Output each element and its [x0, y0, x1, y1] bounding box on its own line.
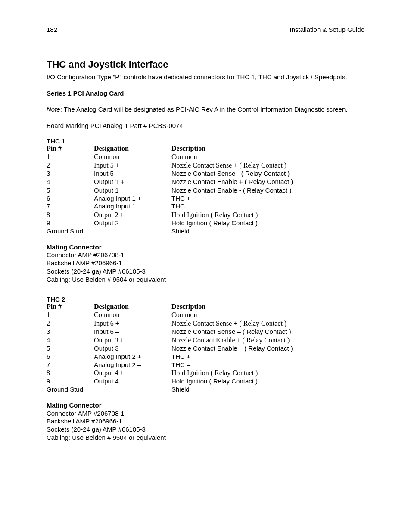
doc-title: Installation & Setup Guide [290, 26, 364, 33]
thc2-description: THC – [171, 361, 364, 369]
table-row: 1CommonCommon [47, 152, 364, 161]
thc1-designation: Output 2 – [94, 219, 171, 227]
thc1-description: Hold Ignition ( Relay Contact ) [171, 219, 364, 227]
table-row: Ground StudShield [47, 386, 364, 394]
thc2-description: THC + [171, 353, 364, 361]
page-header: 182 Installation & Setup Guide [47, 26, 364, 33]
table-row: 7Analog Input 1 –THC – [47, 202, 364, 211]
table-row: 9Output 2 –Hold Ignition ( Relay Contact… [47, 219, 364, 227]
table-row: Ground StudShield [47, 227, 364, 236]
thc2-designation: Analog Input 2 + [94, 353, 171, 361]
thc2-designation: Analog Input 2 – [94, 361, 171, 369]
thc1-header-pin: Pin # [47, 145, 94, 152]
table-row: 6Analog Input 2 +THC + [47, 353, 364, 361]
board-marking: Board Marking PCI Analog 1 Part # PCBS-0… [47, 121, 364, 130]
thc1-description: THC + [171, 195, 364, 203]
mating2-line: Sockets (20-24 ga) AMP #66105-3 [47, 426, 364, 434]
thc2-pin: 1 [47, 311, 94, 319]
mating-connector-2: Mating Connector Connector AMP #206708-1… [47, 401, 364, 442]
thc1-header-desig: Designation [94, 145, 171, 152]
thc2-pin: 5 [47, 345, 94, 353]
thc2-designation: Output 4 – [94, 377, 171, 386]
card-heading: Series 1 PCI Analog Card [47, 89, 364, 98]
thc2-pin: Ground Stud [47, 386, 94, 394]
table-row: 4Output 3 +Nozzle Contact Enable + ( Rel… [47, 336, 364, 345]
thc1-description: Nozzle Contact Enable + ( Relay Contact … [171, 178, 364, 187]
table-row: 1CommonCommon [47, 311, 364, 319]
thc1-pin: 4 [47, 178, 94, 187]
thc1-header-desc: Description [171, 145, 364, 152]
thc1-designation [94, 227, 171, 236]
thc1-pin: 1 [47, 152, 94, 161]
thc1-pin: 3 [47, 170, 94, 178]
thc2-description: Hold Ignition ( Relay Contact ) [171, 369, 364, 377]
thc1-pin: 7 [47, 202, 94, 211]
thc2-header-desig: Designation [94, 303, 171, 311]
thc1-description: Nozzle Contact Sense - ( Relay Contact ) [171, 170, 364, 178]
thc1-pin: Ground Stud [47, 227, 94, 236]
table-row: 4Output 1 +Nozzle Contact Enable + ( Rel… [47, 178, 364, 187]
thc1-designation: Input 5 – [94, 170, 171, 178]
thc2-description: Nozzle Contact Sense – ( Relay Contact ) [171, 328, 364, 336]
table-row: 2Input 5 +Nozzle Contact Sense + ( Relay… [47, 161, 364, 170]
thc2-pin: 4 [47, 336, 94, 345]
note-label: Note [47, 106, 60, 113]
thc1-pin: 2 [47, 161, 94, 170]
mating1-line: Backshell AMP #206966-1 [47, 259, 364, 268]
mating2-line: Connector AMP #206708-1 [47, 410, 364, 418]
thc1-pin: 5 [47, 187, 94, 195]
thc1-pin: 6 [47, 195, 94, 203]
thc2-description: Nozzle Contact Sense + ( Relay Contact ) [171, 319, 364, 328]
table-row: 5Output 3 –Nozzle Contact Enable – ( Rel… [47, 345, 364, 353]
thc2-designation: Common [94, 311, 171, 319]
thc2-designation [94, 386, 171, 394]
thc2-description: Common [171, 311, 364, 319]
thc2-designation: Input 6 + [94, 319, 171, 328]
thc2-header-pin: Pin # [47, 303, 94, 311]
thc2-description: Hold Ignition ( Relay Contact ) [171, 377, 364, 386]
note-paragraph: Note: The Analog Card will be designated… [47, 105, 364, 114]
thc2-pin: 8 [47, 369, 94, 377]
mating2-line: Backshell AMP #206966-1 [47, 417, 364, 426]
mating1-heading: Mating Connector [47, 243, 364, 252]
thc2-pin: 7 [47, 361, 94, 369]
mating1-line: Connector AMP #206708-1 [47, 251, 364, 259]
thc1-description: Nozzle Contact Sense + ( Relay Contact ) [171, 161, 364, 170]
page-number: 182 [47, 26, 57, 33]
mating1-line: Sockets (20-24 ga) AMP #66105-3 [47, 268, 364, 276]
mating2-line: Cabling: Use Belden # 9504 or equivalent [47, 434, 364, 442]
thc1-designation: Output 1 – [94, 187, 171, 195]
thc1-designation: Input 5 + [94, 161, 171, 170]
note-body: : The Analog Card will be designated as … [60, 106, 348, 113]
table-row: 8Output 2 +Hold Ignition ( Relay Contact… [47, 211, 364, 219]
thc1-description: THC – [171, 202, 364, 211]
table-row: 3Input 6 –Nozzle Contact Sense – ( Relay… [47, 328, 364, 336]
thc1-header-row: Pin # Designation Description [47, 145, 364, 152]
thc2-header-row: Pin # Designation Description [47, 303, 364, 311]
table-row: 8Output 4 +Hold Ignition ( Relay Contact… [47, 369, 364, 377]
thc1-description: Hold Ignition ( Relay Contact ) [171, 211, 364, 219]
intro-paragraph: I/O Configuration Type "P" controls have… [47, 73, 364, 81]
table-row: 5Output 1 –Nozzle Contact Enable - ( Rel… [47, 187, 364, 195]
thc2-description: Shield [171, 386, 364, 394]
table-row: 6Analog Input 1 +THC + [47, 195, 364, 203]
thc1-designation: Output 1 + [94, 178, 171, 187]
thc1-pin: 9 [47, 219, 94, 227]
thc1-description: Shield [171, 227, 364, 236]
thc2-header-desc: Description [171, 303, 364, 311]
thc2-pin: 9 [47, 377, 94, 386]
thc2-pin: 6 [47, 353, 94, 361]
table-row: 2Input 6 +Nozzle Contact Sense + ( Relay… [47, 319, 364, 328]
page-title: THC and Joystick Interface [47, 59, 364, 70]
thc1-description: Common [171, 152, 364, 161]
thc2-description: Nozzle Contact Enable + ( Relay Contact … [171, 336, 364, 345]
thc2-pin: 2 [47, 319, 94, 328]
thc1-table: Pin # Designation Description 1CommonCom… [47, 145, 364, 236]
table-row: 7Analog Input 2 –THC – [47, 361, 364, 369]
thc2-designation: Output 3 + [94, 336, 171, 345]
thc2-designation: Output 3 – [94, 345, 171, 353]
table-row: 3Input 5 –Nozzle Contact Sense - ( Relay… [47, 170, 364, 178]
thc1-designation: Analog Input 1 + [94, 195, 171, 203]
mating-connector-1: Mating Connector Connector AMP #206708-1… [47, 243, 364, 284]
thc1-designation: Analog Input 1 – [94, 202, 171, 211]
